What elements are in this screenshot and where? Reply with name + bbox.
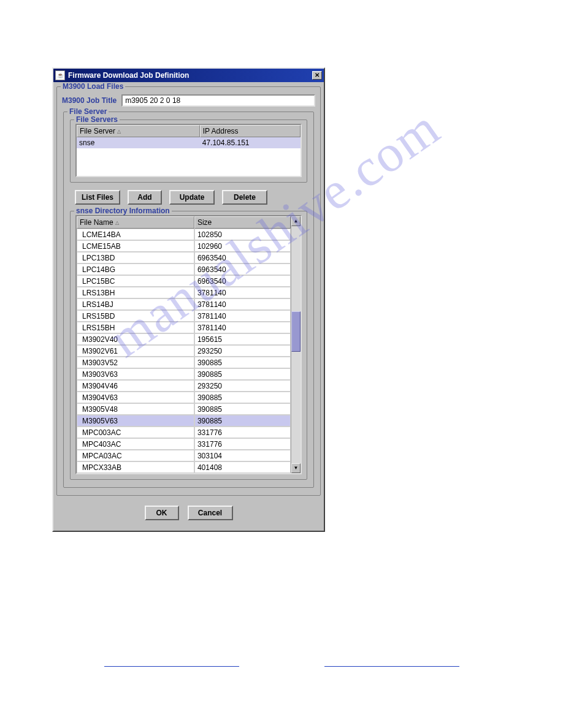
file-servers-group: File Servers File Server △ IP Address sn… (70, 119, 307, 183)
filename-cell: LCME14BA (77, 229, 194, 240)
size-cell: 390885 (194, 368, 291, 380)
size-cell: 3781140 (194, 298, 291, 310)
size-cell: 3781140 (194, 322, 291, 333)
filename-cell: MPC003AC (77, 427, 194, 438)
filename-cell: LPC13BD (77, 252, 194, 264)
window-title: Firmware Download Job Definition (68, 71, 312, 80)
table-row[interactable]: M3905V48390885 (77, 403, 291, 415)
size-cell: 293250 (194, 380, 291, 392)
scroll-up-icon[interactable]: ▲ (291, 216, 301, 226)
table-row[interactable]: MPCA03AC303104 (77, 450, 291, 461)
size-cell: 390885 (194, 357, 291, 368)
sort-asc-icon: △ (115, 220, 119, 226)
file-scrollbar[interactable]: ▲ ▼ (291, 216, 301, 473)
table-row[interactable]: M3902V61293250 (77, 345, 291, 357)
size-cell: 3781140 (194, 310, 291, 322)
filename-cell: M3903V52 (77, 357, 194, 368)
table-row[interactable]: LPC14BG6963540 (77, 264, 291, 275)
server-col-label: File Server (80, 127, 115, 135)
ok-button[interactable]: OK (145, 506, 179, 520)
filename-col-header[interactable]: File Name △ (77, 216, 194, 229)
table-row[interactable]: LPC13BD6963540 (77, 252, 291, 264)
scroll-down-icon[interactable]: ▼ (291, 463, 301, 473)
filename-cell: M3904V46 (77, 380, 194, 392)
file-table-wrap: File Name △ Size LCME14BA102850LCME15AB1… (75, 215, 302, 474)
table-row[interactable]: M3904V46293250 (77, 380, 291, 392)
job-title-input[interactable] (121, 94, 315, 107)
size-cell: 102850 (194, 229, 291, 240)
table-row[interactable]: LPC15BC6963540 (77, 275, 291, 287)
load-files-group: M3900 Load Files M3900 Job Title File Se… (56, 86, 321, 496)
add-button[interactable]: Add (128, 190, 162, 205)
dialog-footer: OK Cancel (55, 498, 322, 529)
table-row[interactable]: MPC003AC331776 (77, 427, 291, 438)
job-title-label: M3900 Job Title (62, 96, 117, 105)
footer-link-left[interactable] (104, 658, 239, 667)
size-cell: 102960 (194, 240, 291, 252)
filename-cell: LCME15AB (77, 240, 194, 252)
server-col-header[interactable]: File Server △ (77, 125, 200, 137)
filename-cell: LRS15BH (77, 322, 194, 333)
footer-link-right[interactable] (324, 658, 459, 667)
filename-cell: LRS13BH (77, 287, 194, 298)
filename-cell: LRS15BD (77, 310, 194, 322)
size-cell: 331776 (194, 438, 291, 450)
scroll-track[interactable] (291, 226, 301, 463)
size-cell: 331776 (194, 427, 291, 438)
table-row[interactable]: LRS15BH3781140 (77, 322, 291, 333)
file-table-header: File Name △ Size (77, 216, 291, 229)
size-col-label: Size (197, 218, 212, 227)
server-button-row: List Files Add Update Delete (75, 190, 308, 205)
titlebar: ☕ Firmware Download Job Definition ✕ (53, 69, 324, 82)
directory-info-group: snse Directory Information File Name △ S… (70, 211, 307, 480)
filename-cell: LPC15BC (77, 275, 194, 287)
table-row[interactable]: snse47.104.85.151 (77, 137, 301, 148)
table-row[interactable]: LRS13BH3781140 (77, 287, 291, 298)
filename-cell: M3905V48 (77, 403, 194, 415)
size-cell: 293250 (194, 345, 291, 357)
file-table: File Name △ Size LCME14BA102850LCME15AB1… (77, 216, 291, 473)
table-row[interactable]: M3903V63390885 (77, 368, 291, 380)
job-title-row: M3900 Job Title (62, 94, 315, 107)
filename-col-label: File Name (80, 218, 113, 227)
filename-cell: LPC14BG (77, 264, 194, 275)
table-row[interactable]: M3903V52390885 (77, 357, 291, 368)
filename-cell: M3905V63 (77, 415, 194, 427)
table-row[interactable]: M3904V63390885 (77, 392, 291, 403)
table-row[interactable]: MPC403AC331776 (77, 438, 291, 450)
table-row[interactable]: LRS14BJ3781140 (77, 298, 291, 310)
filename-cell: LRS14BJ (77, 298, 194, 310)
dialog-window: ☕ Firmware Download Job Definition ✕ M39… (52, 67, 325, 532)
table-row[interactable]: M3902V40195615 (77, 333, 291, 345)
cancel-button[interactable]: Cancel (188, 506, 233, 520)
close-icon[interactable]: ✕ (312, 71, 322, 80)
filename-cell: MPCA03AC (77, 450, 194, 461)
table-row[interactable]: LRS15BD3781140 (77, 310, 291, 322)
size-cell: 6963540 (194, 264, 291, 275)
delete-button[interactable]: Delete (222, 190, 267, 205)
size-cell: 6963540 (194, 252, 291, 264)
filename-cell: M3902V40 (77, 333, 194, 345)
size-cell: 390885 (194, 392, 291, 403)
size-cell: 390885 (194, 403, 291, 415)
server-table-empty (77, 148, 301, 176)
load-files-legend: M3900 Load Files (61, 82, 125, 91)
scroll-thumb[interactable] (291, 311, 301, 352)
filename-cell: M3903V63 (77, 368, 194, 380)
size-cell: 6963540 (194, 275, 291, 287)
size-col-header[interactable]: Size (194, 216, 291, 229)
update-button[interactable]: Update (169, 190, 215, 205)
table-row[interactable]: LCME14BA102850 (77, 229, 291, 240)
size-cell: 303104 (194, 450, 291, 461)
ip-col-header[interactable]: IP Address (200, 125, 301, 137)
table-row[interactable]: M3905V63390885 (77, 415, 291, 427)
ip-col-label: IP Address (203, 127, 239, 135)
window-body: M3900 Load Files M3900 Job Title File Se… (53, 82, 324, 531)
table-row[interactable]: LCME15AB102960 (77, 240, 291, 252)
directory-info-legend: snse Directory Information (74, 207, 172, 215)
sort-asc-icon: △ (117, 129, 121, 134)
ip-cell: 47.104.85.151 (200, 137, 301, 148)
filename-cell: MPCX33AB (77, 461, 194, 473)
list-files-button[interactable]: List Files (75, 190, 120, 205)
table-row[interactable]: MPCX33AB401408 (77, 461, 291, 473)
